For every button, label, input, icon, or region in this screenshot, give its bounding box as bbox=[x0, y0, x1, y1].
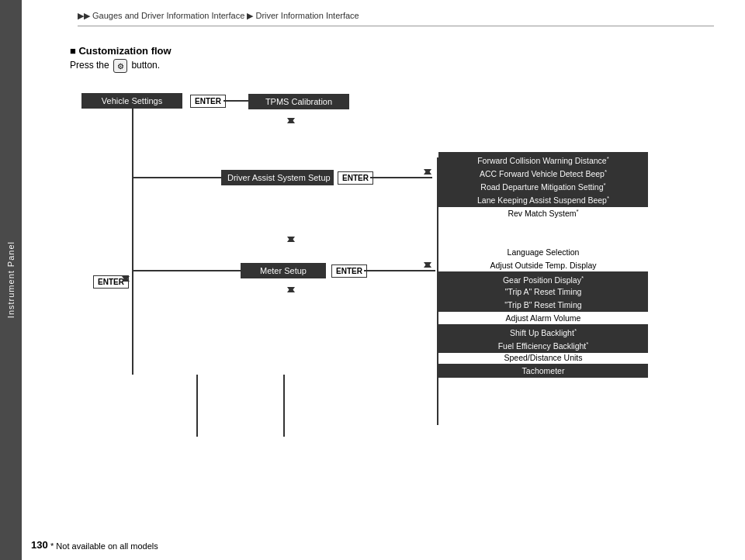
enter-label-3: ENTER bbox=[331, 264, 367, 278]
arrow-down-da bbox=[424, 169, 431, 175]
arrow-down-ms bbox=[424, 262, 431, 268]
tachometer-box: Tachometer bbox=[438, 364, 648, 378]
arrow-down-ms-below bbox=[287, 287, 295, 292]
footer-note: * Not available on all models bbox=[50, 541, 158, 551]
line-ms-right bbox=[364, 270, 435, 271]
arrow-down-left bbox=[122, 276, 130, 282]
enter-label-1: ENTER bbox=[190, 95, 226, 108]
driver-assist-box: Driver Assist System Setup bbox=[221, 170, 334, 185]
press-text: Press the ⚙ button. bbox=[70, 59, 160, 73]
section-title: Customization flow bbox=[70, 45, 172, 57]
line-v-bottom-left bbox=[196, 375, 198, 437]
speed-dist-box: Speed/Distance Units bbox=[438, 351, 648, 365]
rev-match-box: Rev Match System* bbox=[438, 205, 648, 220]
page-number: 130 bbox=[31, 539, 48, 551]
breadcrumb-text: ▶▶ Gauges and Driver Information Interfa… bbox=[78, 11, 359, 20]
lang-sel-box: Language Selection bbox=[438, 245, 648, 259]
meter-setup-box: Meter Setup bbox=[241, 263, 326, 278]
tpms-box: TPMS Calibration bbox=[248, 94, 349, 109]
line-v-bottom-center bbox=[283, 375, 285, 437]
arrow-down-tpms bbox=[287, 118, 295, 123]
trip-b-box: "Trip B" Reset Timing bbox=[438, 298, 648, 312]
adj-temp-box: Adjust Outside Temp. Display bbox=[438, 258, 648, 272]
line-da-right bbox=[370, 177, 432, 178]
sidebar: Instrument Panel bbox=[0, 0, 22, 560]
arrow-down-ms-above bbox=[287, 237, 295, 242]
breadcrumb: ▶▶ Gauges and Driver Information Interfa… bbox=[78, 11, 714, 26]
line-to-meter bbox=[132, 270, 247, 271]
line-v-main bbox=[132, 103, 133, 375]
adj-alarm-box: Adjust Alarm Volume bbox=[438, 311, 648, 325]
sidebar-label: Instrument Panel bbox=[6, 241, 16, 318]
enter-label-2: ENTER bbox=[338, 171, 373, 185]
trip-a-box: "Trip A" Reset Timing bbox=[438, 285, 648, 299]
page-container: Instrument Panel ▶▶ Gauges and Driver In… bbox=[0, 0, 745, 560]
settings-button-icon: ⚙ bbox=[113, 59, 127, 73]
